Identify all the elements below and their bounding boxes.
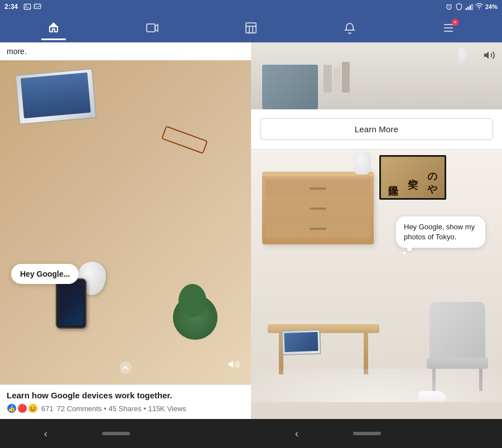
laptop-screen [15,68,96,125]
drawer-handle-1 [310,187,326,190]
signal-icon [465,3,473,11]
nav-marketplace[interactable] [239,16,263,40]
status-right-icons: 24% [445,3,498,11]
svg-rect-5 [467,7,469,10]
hey-google-bubble-right: Hey Google, show my photos of Tokyo. [396,216,485,248]
dresser-body [262,176,374,241]
art-frame-inner: 隆保 笑や のや [381,157,445,198]
table-leg-right [364,333,368,374]
chair-illustration [424,302,491,391]
volume-icon-right[interactable] [483,49,495,64]
video-container[interactable]: Hey Google... [0,60,251,384]
svg-point-1 [26,5,27,6]
drawer-handle-3 [310,228,326,230]
bottom-nav-left: ‹ [0,419,251,448]
chevron-svg [119,361,132,374]
chair-leg-left [432,369,436,391]
nav-notifications[interactable] [337,16,362,40]
svg-point-8 [479,8,480,9]
hey-google-text-right: Hey Google, show my photos of Tokyo. [404,223,475,241]
plant-illustration [173,295,218,351]
message-status-icon [33,3,41,11]
menu-badge: • [452,19,458,26]
art-text-2: 笑や [406,172,419,184]
vase-body-dresser [354,152,370,175]
bubble-dot-large [407,247,412,251]
chair-leg-right [479,369,482,391]
video-icon [146,21,159,35]
vase-right-top [457,48,469,65]
home-button-left[interactable] [102,432,130,435]
home-button-right[interactable] [353,432,381,435]
reaction-details: 72 Comments • 45 Shares • 115K Views [57,404,186,413]
vpn-icon [455,3,463,11]
bottom-nav: ‹ ‹ [0,419,502,448]
learn-more-button[interactable]: Learn More [260,118,493,140]
right-top-image [251,42,502,109]
art-text-3: のや [426,166,439,189]
right-panel: Learn More [251,42,502,419]
desk-scene: Hey Google... [0,60,251,384]
post-bottom: Learn how Google devices work together. … [0,384,251,419]
shoes-illustration [418,391,452,402]
laptop-on-table-screen-inner [284,332,318,352]
volume-svg-right [483,49,495,61]
back-button-right[interactable]: ‹ [295,428,298,440]
svg-point-11 [119,362,132,374]
svg-rect-7 [471,4,472,9]
haha-emoji: 😆 [28,403,38,413]
nav-menu[interactable]: • [436,16,461,40]
reaction-emojis: 👍 ❤️ 😆 [7,403,38,413]
bell-icon [343,21,356,35]
plant-leaves [173,295,218,340]
main-content: more. [0,42,502,419]
volume-svg-left [228,358,240,370]
chevron-up-icon[interactable] [119,361,132,377]
book-2 [334,68,340,93]
art-frame: 隆保 笑や のや [379,155,446,200]
left-panel: more. [0,42,251,419]
marketplace-icon [244,21,258,35]
post-top-text: more. [0,42,251,60]
hey-google-text-left: Hey Google... [20,269,70,278]
shoe-item [418,391,446,401]
bottom-nav-right: ‹ [251,419,502,448]
vase-on-dresser [354,152,370,175]
laptop-on-table-screen [281,329,321,355]
drawer-3 [266,220,370,238]
reaction-count: 671 [41,404,54,413]
post-reactions: 👍 ❤️ 😆 671 72 Comments • 45 Shares • 115… [7,403,244,413]
alarm-icon [445,3,453,11]
chair-seat [427,358,488,369]
bubble-dot-small [403,252,406,254]
shelf-scene [251,42,502,109]
nav-home[interactable] [41,16,66,40]
heart-emoji: ❤️ [17,403,27,413]
home-icon [47,21,60,34]
drawer-1 [266,180,370,197]
book-1 [324,65,332,93]
svg-rect-4 [466,8,467,9]
glasses-illustration [160,126,207,157]
laptop-screen-inner [21,73,91,118]
furniture-scene: 隆保 笑や のや [251,150,502,419]
battery-text: 24% [485,3,498,10]
phone-illustration [56,278,86,329]
svg-rect-2 [34,4,41,8]
phone-screen [59,282,83,325]
post-title: Learn how Google devices work together. [7,391,244,400]
dresser-illustration [262,172,374,244]
drawer-2 [266,200,370,218]
photo-status-icon [23,3,31,11]
volume-icon-left[interactable] [228,358,240,373]
wifi-icon [475,3,483,11]
nav-bar: • [0,13,502,42]
status-bar: 2:34 24% [0,0,502,13]
laptop-on-table-illustration [282,330,321,360]
nav-video[interactable] [140,16,165,40]
chair-back [429,302,485,358]
top-text-label: more. [7,47,27,56]
book-stack [262,65,318,109]
back-button-left[interactable]: ‹ [44,428,47,440]
drawer-handle-2 [310,208,326,210]
